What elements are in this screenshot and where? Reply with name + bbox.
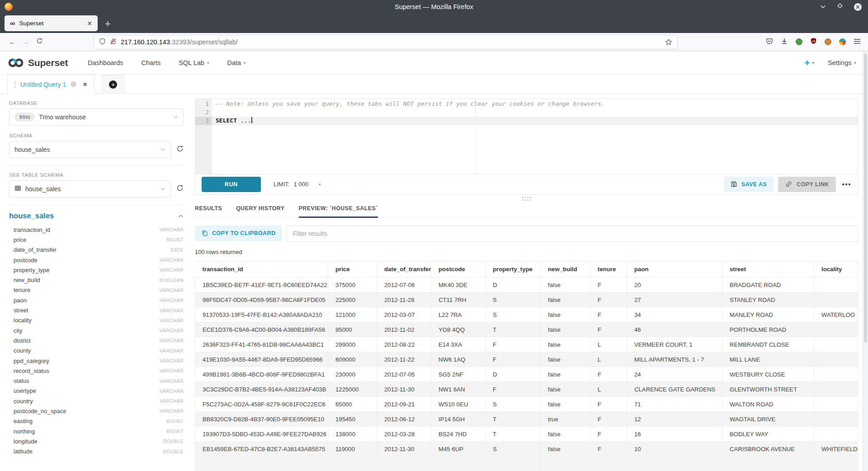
column-header[interactable]: transaction_id — [195, 261, 328, 278]
schema-column-row: easting BIGINT — [9, 416, 184, 426]
column-header[interactable]: street — [722, 261, 814, 278]
superset-logo[interactable]: Superset — [7, 57, 68, 68]
cell-transaction-id: 1B5C39ED-BE7F-41EF-9E71-9C60EED74A22 — [195, 278, 328, 292]
schema-column-row: new_build BOOLEAN — [9, 275, 184, 285]
rows-returned-text: 100 rows returned — [195, 249, 858, 255]
save-as-button[interactable]: SAVE AS — [724, 177, 774, 192]
column-type: VARCHAR — [160, 398, 184, 404]
browser-tab-superset[interactable]: ∞ Superset ✕ — [5, 15, 98, 31]
reload-icon[interactable] — [33, 38, 46, 46]
cell-price: 299000 — [328, 337, 377, 352]
pinwheel-extension-icon[interactable] — [839, 38, 846, 45]
column-header[interactable]: property_type — [486, 261, 541, 278]
column-type: VARCHAR — [160, 287, 184, 293]
url-bar[interactable]: 217.160.120.143:32393/superset/sqllab/ — [94, 35, 677, 49]
nav-item-charts[interactable]: Charts — [141, 59, 160, 66]
cell-price: 138000 — [328, 427, 377, 442]
cookie-extension-icon[interactable] — [825, 38, 831, 45]
run-button[interactable]: RUN — [202, 177, 261, 192]
hamburger-menu-icon[interactable] — [854, 38, 861, 46]
sql-editor[interactable]: 1 2 3 -- Note: Unless you save your quer… — [195, 99, 858, 174]
column-header[interactable]: paon — [627, 261, 722, 278]
database-select[interactable]: trino Trino warehouse — [9, 108, 184, 126]
tab-close-icon[interactable]: ✕ — [87, 20, 92, 27]
filter-results-input[interactable] — [286, 226, 858, 242]
downloads-icon[interactable] — [781, 38, 788, 47]
pocket-icon[interactable] — [766, 38, 773, 47]
column-header[interactable]: date_of_transfer — [377, 261, 431, 278]
column-name: date_of_transfer — [14, 246, 57, 253]
chevron-down-icon: ▾ — [854, 61, 856, 65]
column-header[interactable]: new_build — [541, 261, 590, 278]
refresh-tables-icon[interactable] — [176, 184, 184, 193]
schema-select[interactable]: house_sales — [9, 141, 171, 158]
bookmark-star-icon[interactable] — [665, 38, 672, 46]
more-actions-button[interactable]: ••• — [842, 180, 851, 188]
new-tab-button[interactable]: + — [105, 19, 111, 29]
schema-column-row: usertype VARCHAR — [9, 386, 184, 396]
cell-paon: 27 — [627, 292, 722, 307]
tab-query-history[interactable]: QUERY HISTORY — [236, 205, 284, 218]
copy-to-clipboard-button[interactable]: COPY TO CLIPBOARD — [195, 226, 282, 241]
table-body: 1B5C39ED-BE7F-41EF-9E71-9C60EED74A22 375… — [195, 278, 858, 457]
cell-new-build: false — [541, 397, 590, 412]
column-type: BIGINT — [167, 237, 184, 242]
schema-label: SCHEMA — [9, 133, 184, 138]
window-minimize-button[interactable] — [820, 3, 826, 11]
table-columns-list: transaction_id VARCHAR price BIGINT date… — [9, 225, 184, 457]
drag-handle-icon[interactable] — [14, 81, 16, 88]
cell-paon: VERMEER COURT, 1 — [627, 337, 722, 352]
nav-item-data[interactable]: Data▾ — [227, 59, 245, 66]
tab-preview-house-sales[interactable]: PREVIEW: `HOUSE_SALES` — [299, 205, 378, 218]
nav-item-sql-lab[interactable]: SQL Lab▾ — [179, 59, 209, 66]
nav-item-dashboards[interactable]: Dashboards — [88, 59, 123, 66]
cell-paon: 24 — [627, 367, 722, 382]
schema-column-row: paon VARCHAR — [9, 295, 184, 305]
table-select[interactable]: house_sales — [9, 180, 171, 198]
collapse-table-icon[interactable] — [178, 214, 184, 218]
cell-price: 609000 — [328, 352, 377, 367]
schema-column-row: locality VARCHAR — [9, 316, 184, 325]
insecure-lock-icon[interactable] — [110, 38, 117, 46]
cell-paon: MILL APARTMENTS, 1 - 7 — [627, 352, 722, 367]
ublock-extension-icon[interactable]: uB — [810, 38, 817, 46]
tab-results[interactable]: RESULTS — [195, 205, 222, 218]
column-header[interactable]: price — [328, 261, 377, 278]
new-query-tab[interactable]: + — [102, 75, 124, 94]
schema-column-row: northing BIGINT — [9, 426, 184, 436]
scrollbar-thumb[interactable] — [864, 53, 867, 343]
pane-splitter[interactable] — [195, 195, 858, 203]
cell-tenure: L — [590, 382, 627, 397]
browser-titlebar: Superset — Mozilla Firefox — [0, 0, 868, 14]
copy-link-button[interactable]: COPY LINK — [778, 177, 835, 192]
cell-postcode: MK40 3DE — [431, 278, 486, 292]
add-new-button[interactable]: +▾ — [804, 57, 814, 68]
shield-icon[interactable] — [99, 38, 106, 46]
column-header[interactable]: locality — [814, 261, 858, 278]
window-title: Superset — Mozilla Firefox — [0, 3, 868, 10]
window-close-button[interactable] — [854, 3, 862, 11]
schema-column-row: district VARCHAR — [9, 335, 184, 345]
query-tab-close-icon[interactable]: ✕ — [83, 81, 87, 88]
refresh-schemas-icon[interactable] — [176, 145, 184, 154]
column-header[interactable]: tenure — [590, 261, 627, 278]
query-tab-untitled-1[interactable]: Untitled Query 1 ✕ — [7, 75, 94, 94]
page-scrollbar[interactable] — [863, 51, 868, 471]
privacy-badger-extension-icon[interactable] — [796, 38, 802, 45]
cell-property-type: D — [486, 367, 541, 382]
chevron-down-icon: ▾ — [244, 61, 246, 65]
forward-icon[interactable]: → — [19, 38, 33, 46]
cell-price: 65000 — [328, 397, 377, 412]
back-icon[interactable]: ← — [5, 38, 19, 46]
editor-code-area[interactable]: -- Note: Unless you save your query, the… — [212, 99, 858, 174]
column-name: latitude — [14, 448, 33, 455]
results-table: transaction_idpricedate_of_transferpostc… — [195, 261, 858, 471]
settings-menu[interactable]: Settings▾ — [828, 59, 856, 66]
table-schema-heading[interactable]: house_sales — [9, 212, 54, 220]
cell-property-type: F — [486, 352, 541, 367]
limit-dropdown[interactable]: LIMIT: 1 000 ▾ — [274, 181, 321, 188]
cell-transaction-id: 3C3C29DC-B7B2-4BE5-914A-A38123AF403B — [195, 382, 328, 397]
column-header[interactable]: postcode — [431, 261, 486, 278]
cell-locality — [814, 382, 858, 397]
window-maximize-button[interactable] — [837, 3, 843, 11]
